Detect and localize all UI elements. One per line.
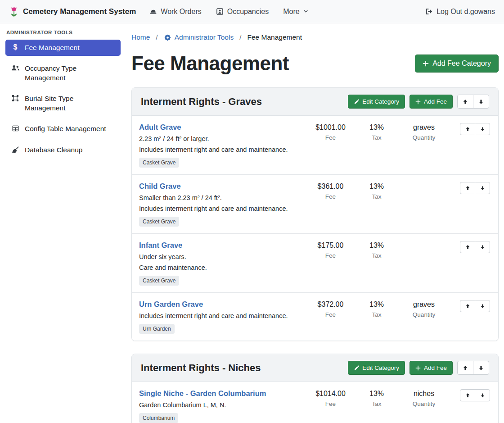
- move-fee-down-button[interactable]: [475, 389, 490, 401]
- sidebar-item-config-table-management[interactable]: Config Table Management: [5, 121, 121, 137]
- nav-work-orders-label: Work Orders: [161, 8, 201, 16]
- move-category-down-button[interactable]: [473, 95, 489, 109]
- fee-amount-column: $1001.00 Fee: [307, 123, 354, 141]
- fee-name-link[interactable]: Infant Grave: [139, 241, 182, 249]
- arrow-up-icon: [465, 186, 470, 191]
- add-fee-button[interactable]: Add Fee: [410, 361, 453, 375]
- fee-description: 2.23 m² / 24 ft² or larger.: [139, 135, 303, 142]
- users-icon: [11, 64, 20, 72]
- fee-type-badge: Casket Grave: [139, 158, 179, 168]
- move-category-up-button[interactable]: [457, 361, 473, 375]
- move-fee-up-button[interactable]: [460, 241, 475, 253]
- move-category-down-button[interactable]: [473, 361, 489, 375]
- fee-row: Child Grave Smaller than 2.23 m² / 24 ft…: [132, 175, 498, 234]
- move-fee-down-button[interactable]: [475, 241, 490, 253]
- arrow-down-icon: [480, 186, 485, 191]
- plus-icon: [415, 99, 421, 105]
- category-body: Single Niche - Garden Columbarium Garden…: [132, 382, 498, 423]
- add-fee-label: Add Fee: [424, 364, 447, 371]
- chevron-down-icon: [303, 9, 308, 14]
- move-category-up-button[interactable]: [457, 95, 473, 109]
- fee-reorder: [449, 241, 490, 253]
- add-fee-category-button[interactable]: Add Fee Category: [415, 55, 499, 73]
- fee-name-link[interactable]: Adult Grave: [139, 123, 181, 131]
- fee-name-link[interactable]: Single Niche - Garden Columbarium: [139, 389, 266, 397]
- fee-quantity-label: Quantity: [399, 311, 449, 318]
- category-actions: Edit Category Add Fee: [348, 361, 489, 375]
- sidebar-item-label: Config Table Management: [25, 124, 106, 133]
- fee-quantity-column: graves Quantity: [399, 300, 449, 318]
- main-content: Home / Administrator Tools / Fee Managem…: [126, 23, 504, 423]
- sidebar-item-label: Fee Management: [25, 43, 80, 52]
- fee-description: Includes interment right and care and ma…: [139, 146, 303, 153]
- fee-quantity-label: [399, 252, 449, 259]
- move-fee-down-button[interactable]: [475, 182, 490, 194]
- sidebar-heading: ADMINISTRATOR TOOLS: [5, 29, 121, 40]
- move-fee-down-button[interactable]: [475, 123, 490, 135]
- fee-reorder: [449, 182, 490, 194]
- fee-type-badge: Urn Garden: [139, 324, 175, 334]
- breadcrumb: Home / Administrator Tools / Fee Managem…: [131, 33, 499, 41]
- arrow-up-icon: [465, 393, 470, 398]
- move-fee-up-button[interactable]: [460, 182, 475, 194]
- category-title: Interment Rights - Graves: [141, 96, 262, 108]
- add-fee-button[interactable]: Add Fee: [410, 95, 453, 109]
- move-fee-up-button[interactable]: [460, 300, 475, 312]
- app-title: Cemetery Management System: [23, 7, 136, 16]
- fee-reorder-group: [460, 182, 490, 194]
- fee-descriptions: 2.23 m² / 24 ft² or larger.Includes inte…: [139, 135, 303, 153]
- sidebar-item-occupancy-type-management[interactable]: Occupancy Type Management: [5, 60, 121, 86]
- category-list: Interment Rights - Graves Edit Category …: [131, 87, 499, 423]
- fee-quantity-label: Quantity: [399, 134, 449, 141]
- fee-amount: $175.00: [307, 241, 354, 250]
- fee-descriptions: Includes interment right and care and ma…: [139, 312, 303, 319]
- fee-name-link[interactable]: Urn Garden Grave: [139, 300, 203, 308]
- nav-work-orders[interactable]: Work Orders: [149, 8, 201, 16]
- edit-category-button[interactable]: Edit Category: [348, 95, 405, 109]
- tulip-logo-icon: [9, 6, 19, 17]
- fee-amount: $361.00: [307, 182, 354, 191]
- main-nav: Work Orders Occupancies More: [149, 8, 308, 16]
- app-brand[interactable]: Cemetery Management System: [9, 6, 136, 17]
- fee-reorder-group: [460, 123, 490, 135]
- fee-quantity: graves: [399, 123, 449, 132]
- fee-row: Urn Garden Grave Includes interment righ…: [132, 293, 498, 341]
- fee-tax-label: Tax: [354, 193, 399, 200]
- fee-quantity: graves: [399, 300, 449, 309]
- add-fee-label: Add Fee: [424, 98, 447, 105]
- plus-icon: [423, 60, 429, 67]
- move-fee-up-button[interactable]: [460, 389, 475, 401]
- nav-logout-label: Log Out d.gowans: [436, 8, 495, 16]
- fee-tax: 13%: [354, 182, 399, 191]
- fee-amount-label: Fee: [307, 400, 354, 408]
- edit-category-label: Edit Category: [362, 364, 399, 371]
- sidebar-item-burial-site-type-management[interactable]: Burial Site Type Management: [5, 91, 121, 116]
- fee-row: Single Niche - Garden Columbarium Garden…: [132, 382, 498, 423]
- fee-info: Adult Grave 2.23 m² / 24 ft² or larger.I…: [139, 123, 307, 168]
- sidebar-item-database-cleanup[interactable]: Database Cleanup: [5, 142, 121, 158]
- breadcrumb-home-link[interactable]: Home: [131, 33, 150, 41]
- breadcrumb-admin-tools-link[interactable]: Administrator Tools: [164, 33, 234, 41]
- fee-quantity-column: [399, 241, 449, 259]
- fee-amount-label: Fee: [307, 311, 354, 318]
- move-fee-down-button[interactable]: [475, 300, 490, 312]
- fee-name-link[interactable]: Child Grave: [139, 182, 181, 190]
- sidebar-item-fee-management[interactable]: $ Fee Management: [5, 40, 121, 56]
- nav-logout[interactable]: Log Out d.gowans: [425, 8, 495, 16]
- fee-badge-wrap: Casket Grave: [139, 276, 303, 286]
- nav-occupancies-label: Occupancies: [227, 8, 269, 16]
- nav-occupancies[interactable]: Occupancies: [216, 8, 269, 16]
- arrow-down-icon: [480, 245, 485, 250]
- sidebar-item-label: Database Cleanup: [25, 146, 82, 155]
- fee-tax-column: 13% Tax: [354, 182, 399, 200]
- edit-category-button[interactable]: Edit Category: [348, 361, 405, 375]
- arrow-down-icon: [478, 365, 484, 371]
- breadcrumb-separator: /: [239, 33, 241, 41]
- move-fee-up-button[interactable]: [460, 123, 475, 135]
- nav-more[interactable]: More: [283, 8, 308, 16]
- sidebar: ADMINISTRATOR TOOLS $ Fee Management Occ…: [0, 23, 126, 163]
- pencil-icon: [354, 99, 359, 105]
- fee-descriptions: Garden Columbarium L, M, N.: [139, 401, 303, 409]
- top-navbar: Cemetery Management System Work Orders O…: [0, 0, 504, 23]
- fee-category-card: Interment Rights - Graves Edit Category …: [131, 87, 499, 341]
